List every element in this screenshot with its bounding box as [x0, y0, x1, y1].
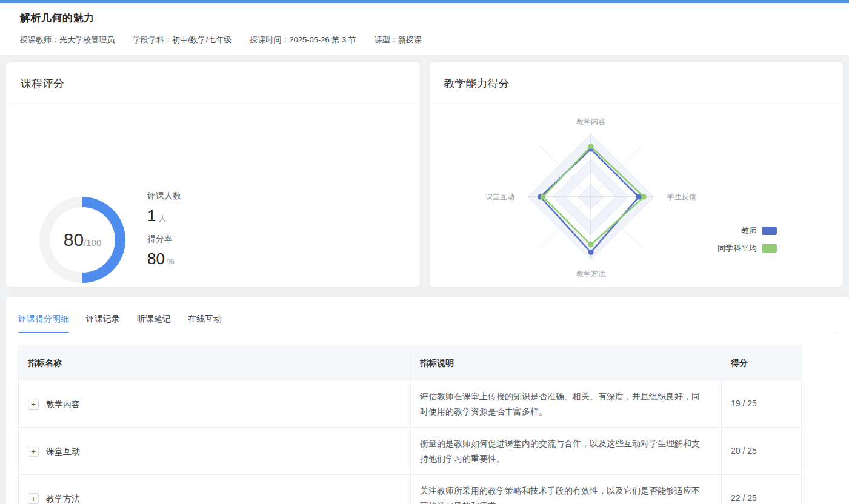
indicator-score-cell: 20 / 25: [722, 428, 802, 475]
indicator-desc-cell: 评估教师在课堂上传授的知识是否准确、相关、有深度，并且组织良好，同时使用的教学资…: [411, 380, 722, 428]
radar-chart: 教学内容学生反馈教学方法课堂互动: [430, 105, 844, 285]
course-score-card-title: 课程评分: [21, 76, 64, 91]
expand-row-button[interactable]: +: [28, 493, 39, 504]
column-header-name: 指标名称: [19, 346, 411, 380]
page-header: 解析几何的魅力 授课教师：光大学校管理员 学段学科：初中/数学/七年级 授课时间…: [0, 3, 849, 55]
course-meta-row: 授课教师：光大学校管理员 学段学科：初中/数学/七年级 授课时间：2025-05…: [20, 35, 829, 45]
table-header-row: 指标名称 指标说明 得分: [19, 346, 802, 380]
course-score-card-body: 80 /100 评课人数 1人 得分率 80%: [6, 105, 420, 285]
stat-raters-label: 评课人数: [147, 191, 181, 202]
indicator-score-cell: 22 / 25: [722, 475, 802, 504]
expand-row-button[interactable]: +: [28, 446, 39, 457]
indicator-name-cell: +教学方法: [19, 475, 411, 504]
indicator-desc-cell: 衡量的是教师如何促进课堂内的交流与合作，以及这些互动对学生理解和支持他们学习的重…: [411, 428, 722, 475]
indicator-desc-cell: 关注教师所采用的教学策略和技术手段的有效性，以及它们是否能够适应不同的学习风格和…: [411, 475, 722, 504]
tab-online-interaction[interactable]: 在线互动: [188, 309, 222, 333]
table-row: +课堂互动 衡量的是教师如何促进课堂内的交流与合作，以及这些互动对学生理解和支持…: [19, 428, 802, 475]
expand-row-button[interactable]: +: [28, 399, 39, 409]
meta-course-type: 课型：新授课: [375, 35, 422, 45]
score-stats: 评课人数 1人 得分率 80%: [147, 191, 181, 277]
svg-text:教学方法: 教学方法: [576, 270, 605, 278]
teaching-ability-card-title: 教学能力得分: [444, 76, 510, 91]
tab-listening-notes[interactable]: 听课笔记: [137, 309, 171, 333]
indicator-name-cell: +教学内容: [19, 380, 411, 428]
evaluation-detail-card: 评课得分明细 评课记录 听课笔记 在线互动 指标名称 指标说明 得分 +教学内容…: [6, 297, 849, 504]
column-header-desc: 指标说明: [411, 346, 722, 380]
stat-rate-unit: %: [167, 257, 175, 266]
svg-text:课堂互动: 课堂互动: [485, 193, 514, 201]
stat-raters-value: 1人: [147, 207, 181, 225]
tab-evaluation-records[interactable]: 评课记录: [86, 309, 120, 333]
meta-time: 授课时间：2025-05-26 第 3 节: [250, 35, 356, 45]
legend-item-subject-average[interactable]: 同学科平均: [717, 243, 777, 254]
tab-score-detail[interactable]: 评课得分明细: [18, 309, 69, 333]
legend-teacher-label: 教师: [741, 225, 757, 236]
teaching-ability-card-body: 教学内容学生反馈教学方法课堂互动 教师 同学科平均: [430, 105, 844, 285]
column-header-score: 得分: [722, 346, 802, 380]
table-row: +教学方法 关注教师所采用的教学策略和技术手段的有效性，以及它们是否能够适应不同…: [19, 475, 802, 504]
table-row: +教学内容 评估教师在课堂上传授的知识是否准确、相关、有深度，并且组织良好，同时…: [19, 380, 802, 428]
legend-average-swatch: [762, 244, 777, 253]
score-value: 80: [64, 230, 84, 250]
legend-item-teacher[interactable]: 教师: [717, 225, 777, 236]
meta-grade-subject: 学段学科：初中/数学/七年级: [133, 35, 231, 45]
legend-average-label: 同学科平均: [717, 243, 757, 254]
stat-rate-value: 80%: [147, 250, 181, 268]
tabs-bar: 评课得分明细 评课记录 听课笔记 在线互动: [18, 309, 837, 333]
svg-text:教学内容: 教学内容: [576, 118, 605, 126]
course-score-card-header: 课程评分: [6, 62, 420, 105]
course-score-card: 课程评分 80 /100 评课人数 1人 得分率 80%: [6, 62, 420, 287]
indicator-name-cell: +课堂互动: [19, 428, 411, 475]
stat-rate-label: 得分率: [147, 234, 181, 245]
teaching-ability-card: 教学能力得分 教学内容学生反馈教学方法课堂互动 教师 同学科平均: [430, 62, 844, 287]
indicator-table: 指标名称 指标说明 得分 +教学内容 评估教师在课堂上传授的知识是否准确、相关、…: [18, 346, 802, 504]
stat-raters-unit: 人: [158, 214, 166, 223]
teaching-ability-card-header: 教学能力得分: [430, 62, 844, 105]
page-title: 解析几何的魅力: [20, 11, 829, 25]
legend-teacher-swatch: [762, 227, 777, 235]
svg-text:学生反馈: 学生反馈: [667, 193, 696, 201]
indicator-score-cell: 19 / 25: [722, 380, 802, 428]
radar-legend: 教师 同学科平均: [717, 225, 777, 254]
meta-teacher: 授课教师：光大学校管理员: [20, 35, 115, 45]
score-max: /100: [84, 237, 101, 248]
top-cards-row: 课程评分 80 /100 评课人数 1人 得分率 80% 教学能力得分 教学内容…: [6, 62, 843, 287]
score-donut-center: 80 /100: [39, 197, 125, 283]
score-donut-chart: 80 /100: [39, 197, 125, 283]
